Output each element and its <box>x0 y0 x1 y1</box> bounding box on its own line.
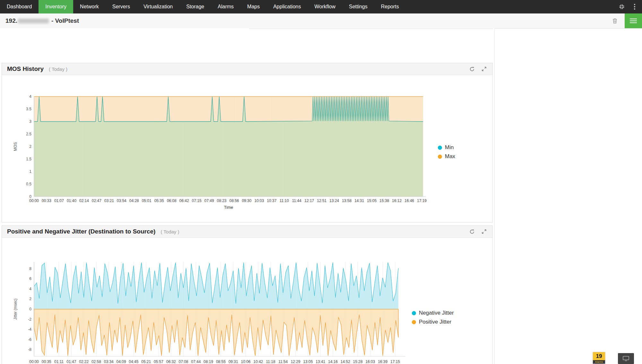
svg-text:05:35: 05:35 <box>154 199 164 203</box>
svg-text:4: 4 <box>29 94 31 99</box>
svg-text:07:49: 07:49 <box>204 199 214 203</box>
legend-item-negative-jitter[interactable]: Negative Jitter <box>412 309 454 317</box>
max-legend-dot <box>438 155 442 159</box>
device-bar: 192.- VoIPtest <box>0 13 642 29</box>
svg-text:06:08: 06:08 <box>167 199 177 203</box>
svg-text:06:42: 06:42 <box>179 199 189 203</box>
svg-text:03:21: 03:21 <box>104 199 114 203</box>
svg-text:-2: -2 <box>28 317 31 322</box>
expand-icon[interactable] <box>481 66 487 72</box>
svg-text:03:34: 03:34 <box>104 360 114 364</box>
nav-item-dashboard[interactable]: Dashboard <box>0 0 39 13</box>
svg-text:00:00: 00:00 <box>29 199 39 203</box>
svg-text:-4: -4 <box>28 327 31 332</box>
nav-item-settings[interactable]: Settings <box>342 0 374 13</box>
delete-device-icon[interactable] <box>609 15 620 26</box>
svg-text:02:47: 02:47 <box>92 199 101 203</box>
svg-text:05:57: 05:57 <box>154 360 163 364</box>
svg-text:1.5: 1.5 <box>26 157 31 161</box>
svg-text:02:14: 02:14 <box>79 199 89 203</box>
svg-text:06:32: 06:32 <box>166 360 176 364</box>
nav-label: Servers <box>112 4 130 10</box>
svg-text:0.5: 0.5 <box>26 182 31 186</box>
svg-text:04:09: 04:09 <box>117 360 126 364</box>
svg-text:MOS: MOS <box>13 142 18 151</box>
panel-period: ( Today ) <box>49 66 67 72</box>
alarms-count: 19 <box>593 352 605 360</box>
svg-text:11:18: 11:18 <box>266 360 275 364</box>
nav-label: Applications <box>273 4 301 10</box>
legend-label: Positive Jitter <box>419 319 451 325</box>
panel-title: Positive and Negative Jitter (Destinatio… <box>7 228 155 235</box>
svg-text:-8: -8 <box>28 347 31 352</box>
svg-text:07:08: 07:08 <box>179 360 188 364</box>
nav-label: Network <box>80 4 99 10</box>
panel-header: MOS History ( Today ) <box>2 63 492 75</box>
svg-text:14:31: 14:31 <box>354 199 364 203</box>
nav-item-applications[interactable]: Applications <box>266 0 308 13</box>
svg-text:2.5: 2.5 <box>26 132 31 136</box>
legend-item-min[interactable]: Min <box>438 143 455 152</box>
console-icon[interactable] <box>618 353 634 364</box>
svg-text:08:23: 08:23 <box>217 199 227 203</box>
svg-text:08:55: 08:55 <box>216 360 226 364</box>
svg-text:12:29: 12:29 <box>291 360 300 364</box>
svg-text:0: 0 <box>29 194 31 199</box>
svg-text:10:37: 10:37 <box>267 199 276 203</box>
refresh-icon[interactable] <box>469 228 475 235</box>
main-content: MOS History ( Today ) 00:0000:3301:0701:… <box>0 28 495 364</box>
svg-text:16:03: 16:03 <box>365 360 375 364</box>
jitter-dest-to-source-chart: 00:0000:3501:1101:4702:2202:5803:3404:09… <box>2 238 492 364</box>
svg-text:17:15: 17:15 <box>390 360 400 364</box>
svg-text:01:47: 01:47 <box>66 360 76 364</box>
hamburger-menu-button[interactable] <box>625 13 642 28</box>
legend-label: Max <box>445 153 455 160</box>
more-options-icon[interactable] <box>630 3 639 11</box>
svg-text:0: 0 <box>29 307 31 311</box>
panel-jitter-dest-to-source: Positive and Negative Jitter (Destinatio… <box>2 225 493 364</box>
nav-item-virtualization[interactable]: Virtualization <box>137 0 179 13</box>
svg-text:04:28: 04:28 <box>129 199 139 203</box>
svg-text:01:40: 01:40 <box>67 199 76 203</box>
legend-item-max[interactable]: Max <box>438 152 455 161</box>
nav-item-network[interactable]: Network <box>73 0 106 13</box>
svg-text:08:19: 08:19 <box>204 360 213 364</box>
svg-text:14:16: 14:16 <box>328 360 338 364</box>
alarms-badge[interactable]: 19 Alarms <box>593 352 605 364</box>
legend-item-positive-jitter[interactable]: Positive Jitter <box>412 317 454 326</box>
svg-text:14:52: 14:52 <box>341 360 350 364</box>
svg-text:07:15: 07:15 <box>192 199 202 203</box>
panel-period: ( Today ) <box>160 229 179 234</box>
svg-text:04:45: 04:45 <box>129 360 138 364</box>
device-name: - VoIPtest <box>51 17 79 24</box>
nav-item-inventory[interactable]: Inventory <box>39 0 73 13</box>
mos-chart-area: 00:0000:3301:0701:4002:1402:4703:2103:54… <box>2 75 492 223</box>
svg-text:17:19: 17:19 <box>417 199 427 203</box>
nav-item-servers[interactable]: Servers <box>106 0 137 13</box>
svg-text:16:39: 16:39 <box>378 360 387 364</box>
nav-item-storage[interactable]: Storage <box>179 0 211 13</box>
expand-icon[interactable] <box>481 228 487 235</box>
legend-label: Negative Jitter <box>419 310 454 316</box>
nav-item-reports[interactable]: Reports <box>374 0 406 13</box>
fullscreen-icon[interactable] <box>618 3 626 11</box>
nav-label: Reports <box>381 4 399 10</box>
nav-item-maps[interactable]: Maps <box>240 0 266 13</box>
refresh-icon[interactable] <box>469 66 475 72</box>
panel-mos-history: MOS History ( Today ) 00:0000:3301:0701:… <box>2 63 493 223</box>
mos-history-chart: 00:0000:3301:0701:4002:1402:4703:2103:54… <box>2 75 492 223</box>
nav-label: Maps <box>247 4 260 10</box>
svg-text:10:42: 10:42 <box>253 360 263 364</box>
svg-text:00:00: 00:00 <box>29 360 39 364</box>
nav-label: Virtualization <box>143 4 173 10</box>
nav-item-workflow[interactable]: Workflow <box>308 0 342 13</box>
svg-text:11:54: 11:54 <box>278 360 288 364</box>
svg-text:13:05: 13:05 <box>303 360 313 364</box>
svg-text:00:35: 00:35 <box>42 360 51 364</box>
svg-text:08:56: 08:56 <box>229 199 239 203</box>
svg-text:2: 2 <box>29 297 31 301</box>
svg-text:03:54: 03:54 <box>117 199 126 203</box>
nav-label: Dashboard <box>7 4 32 10</box>
svg-text:-6: -6 <box>28 337 31 342</box>
nav-item-alarms[interactable]: Alarms <box>211 0 240 13</box>
